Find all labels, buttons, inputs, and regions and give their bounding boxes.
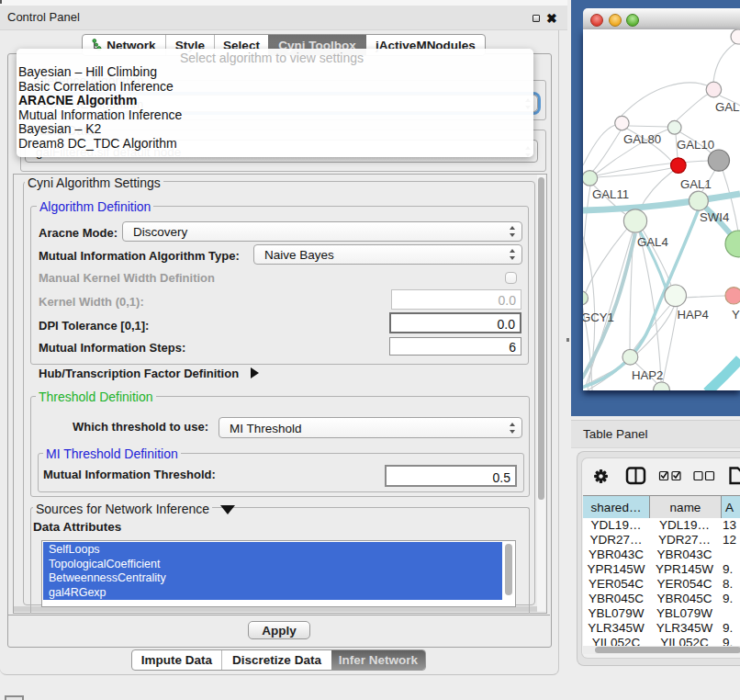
svg-text:GAL11: GAL11 bbox=[592, 187, 629, 201]
svg-text:HAP4: HAP4 bbox=[678, 308, 709, 322]
svg-text:GCY1: GCY1 bbox=[583, 310, 614, 324]
svg-text:GAL1: GAL1 bbox=[680, 177, 712, 191]
svg-text:Y: Y bbox=[732, 308, 740, 322]
svg-text:GAL2: GAL2 bbox=[715, 100, 740, 114]
svg-text:GAL10: GAL10 bbox=[677, 138, 714, 152]
svg-text:SWI4: SWI4 bbox=[700, 210, 729, 224]
svg-text:GAL4: GAL4 bbox=[637, 235, 668, 249]
svg-text:GAL80: GAL80 bbox=[623, 132, 661, 146]
svg-text:HAP2: HAP2 bbox=[632, 368, 663, 382]
